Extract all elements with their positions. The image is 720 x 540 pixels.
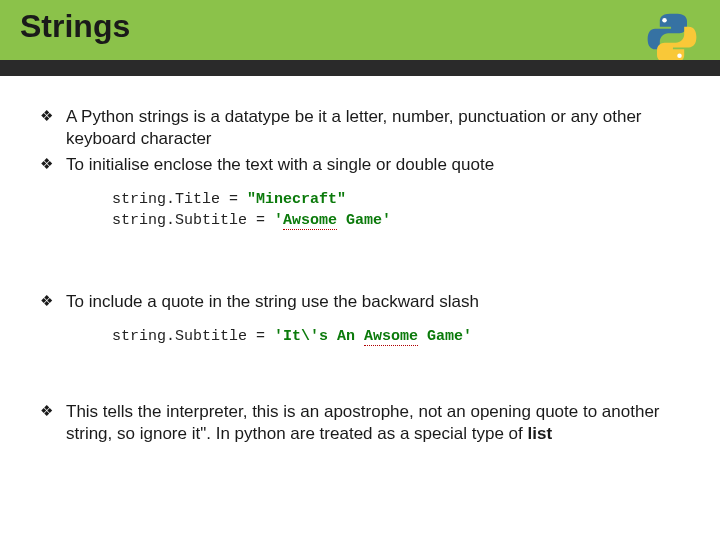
code-line: string.Subtitle = 'Awsome Game' bbox=[112, 211, 680, 231]
code-token: string bbox=[112, 328, 166, 345]
diamond-bullet-icon: ❖ bbox=[40, 106, 66, 150]
slide-title: Strings bbox=[20, 8, 130, 45]
bullet-text-bold: list bbox=[528, 424, 553, 443]
slide-content: ❖ A Python strings is a datatype be it a… bbox=[0, 76, 720, 445]
svg-point-1 bbox=[677, 54, 682, 58]
diamond-bullet-icon: ❖ bbox=[40, 291, 66, 313]
code-token: Subtitle bbox=[175, 212, 256, 229]
slide-header: Strings bbox=[0, 0, 720, 76]
bullet-text: This tells the interpreter, this is an a… bbox=[66, 401, 680, 445]
bullet-item: ❖ This tells the interpreter, this is an… bbox=[40, 401, 680, 445]
bullet-item: ❖ To initialise enclose the text with a … bbox=[40, 154, 680, 176]
code-token: = bbox=[256, 328, 274, 345]
python-logo-icon bbox=[642, 8, 702, 68]
code-token: . bbox=[166, 191, 175, 208]
bullet-item: ❖ A Python strings is a datatype be it a… bbox=[40, 106, 680, 150]
code-line: string.Title = "Minecraft" bbox=[112, 190, 680, 210]
code-string: Game' bbox=[418, 328, 472, 345]
bullet-item: ❖ To include a quote in the string use t… bbox=[40, 291, 680, 313]
code-string: "Minecraft" bbox=[247, 191, 346, 208]
diamond-bullet-icon: ❖ bbox=[40, 154, 66, 176]
code-string: 'It\'s An bbox=[274, 328, 364, 345]
code-token: . bbox=[166, 212, 175, 229]
code-token: string bbox=[112, 191, 166, 208]
svg-point-0 bbox=[662, 18, 667, 23]
code-token: . bbox=[166, 328, 175, 345]
code-token: Subtitle bbox=[175, 328, 256, 345]
code-string: Game' bbox=[337, 212, 391, 229]
bullet-text-part: This tells the interpreter, this is an a… bbox=[66, 402, 660, 443]
code-token: string bbox=[112, 212, 166, 229]
code-token: = bbox=[229, 191, 247, 208]
bullet-text: To initialise enclose the text with a si… bbox=[66, 154, 680, 176]
code-line: string.Subtitle = 'It\'s An Awsome Game' bbox=[112, 327, 680, 347]
code-string-misspelled: Awsome bbox=[364, 328, 418, 346]
code-string: ' bbox=[274, 212, 283, 229]
code-block-2: string.Subtitle = 'It\'s An Awsome Game' bbox=[112, 327, 680, 347]
diamond-bullet-icon: ❖ bbox=[40, 401, 66, 445]
header-underline bbox=[0, 60, 720, 76]
code-token: Title bbox=[175, 191, 229, 208]
code-block-1: string.Title = "Minecraft" string.Subtit… bbox=[112, 190, 680, 231]
code-token: = bbox=[256, 212, 274, 229]
code-string-misspelled: Awsome bbox=[283, 212, 337, 230]
bullet-text: A Python strings is a datatype be it a l… bbox=[66, 106, 680, 150]
bullet-text: To include a quote in the string use the… bbox=[66, 291, 680, 313]
